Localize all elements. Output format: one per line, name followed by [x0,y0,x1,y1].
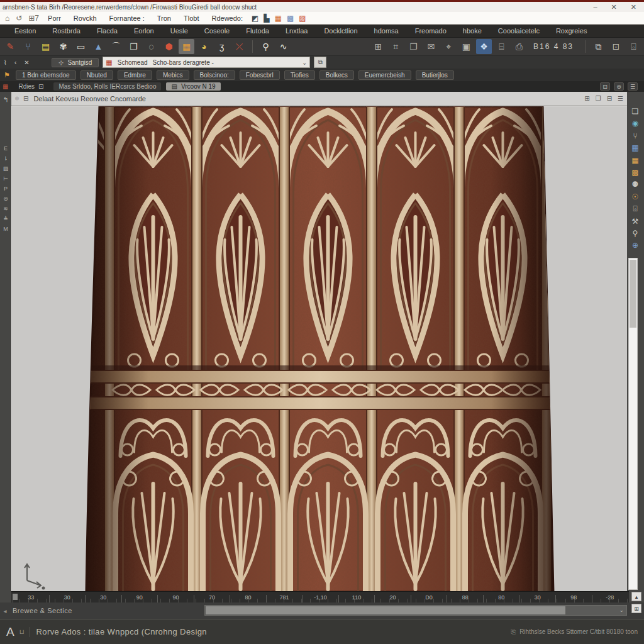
scroll-left-icon[interactable]: ◂ [0,608,10,614]
home-icon[interactable]: ⌂ [5,14,9,23]
drop-tool-icon[interactable]: ⇂ [3,156,8,162]
image-panel-icon[interactable]: ▣ [458,39,474,54]
quick-menu-item[interactable]: Fornantee : [109,14,145,22]
ribbon-tab[interactable]: Edmbre [118,70,152,80]
ribbon-tab[interactable]: Euemercbeish [358,70,411,80]
wishbone-icon[interactable]: ⑂ [633,131,637,140]
menubar-item[interactable]: Eeston [6,27,44,35]
curve-tool-icon[interactable]: ⌒ [108,39,124,54]
bolt-tool-icon[interactable]: ≋ [3,206,8,212]
team-icon[interactable]: ⚉ [632,180,639,189]
texture-brown-icon[interactable]: ▩ [631,168,638,177]
camera-icon[interactable]: ⌻ [633,204,637,213]
cross-icon[interactable]: ✕ [24,59,29,66]
wave-icon[interactable]: ⌇ [4,59,7,66]
collapse-icon[interactable]: ⊟ [23,95,28,103]
balls-tool-icon[interactable]: ◕ [196,39,212,54]
tile-view-icon[interactable]: ⊡ [600,82,610,91]
axis-tool-icon[interactable]: ⤫ [231,39,247,54]
plumb-icon[interactable]: ⚲ [633,229,638,238]
menubar-item[interactable]: hdomsa [366,27,407,35]
paint-icon[interactable]: ◩ [252,14,258,23]
frame-tool-icon[interactable]: ▭ [73,39,89,54]
chart-icon[interactable]: ▙ [264,14,269,23]
swirl-tool-icon[interactable]: ∿ [275,39,291,54]
grid-view-icon[interactable]: ⊞ [584,95,589,102]
layout2-icon[interactable]: ⊡ [608,39,624,54]
comment-panel-icon[interactable]: ✉ [423,39,439,54]
menubar-item[interactable]: Rostbrda [44,27,89,35]
menubar-item[interactable]: Roxgreies [548,27,596,35]
grid2-icon[interactable]: ⌺ [626,39,641,54]
ribbon-tab[interactable]: Mebics [157,70,189,80]
annotation-a-icon[interactable]: A [6,625,14,639]
p-tool-icon[interactable]: P [4,186,8,192]
menubar-item[interactable]: Lnxtlaa [277,27,316,35]
close-button[interactable]: ✕ [611,3,617,11]
menubar-item[interactable]: hboke [455,27,490,35]
horizontal-scrollbar-thumb[interactable] [206,606,565,614]
layout-panel-icon[interactable]: ⌗ [388,39,404,54]
folder-panel-icon[interactable]: ❏ [632,107,639,116]
cone-tool-icon[interactable]: ▲ [91,39,106,54]
page-tool-icon[interactable]: ❐ [126,39,142,54]
quick-menu-item[interactable]: Rdewedo: [211,14,243,22]
lasso-tool-icon[interactable]: ◌ [143,39,159,54]
vertical-scrollbar-thumb[interactable] [630,260,636,328]
e-tool-icon[interactable]: E [4,146,8,152]
back-arrow-icon[interactable]: ↰ [0,96,11,104]
grid-corner-icon[interactable]: ⊞ [631,604,641,613]
close-button-2[interactable]: ✕ [631,3,636,11]
flag-tile-icon[interactable]: ▨ [299,14,306,23]
viewcube-icon[interactable]: ⧉ [591,39,606,54]
note-tool-icon[interactable]: ▤ [38,39,53,54]
ribbon-tab[interactable]: Butierjlos [416,70,454,80]
menubar-item[interactable]: Flutoda [238,27,277,35]
menu-view-icon[interactable]: ☰ [618,95,623,102]
undo-icon[interactable]: ↺ [16,14,22,23]
list-view-icon[interactable]: ☰ [628,82,638,91]
bezier-tool-icon[interactable]: ⑂ [20,39,36,54]
mosaic-icon[interactable]: ▩ [287,14,294,23]
screen-panel-icon[interactable]: ⌸ [494,39,509,54]
ribbon-tab[interactable]: 1 Bdn ebemsdoe [16,70,76,80]
ribbon-tab[interactable]: Fobescbrl [240,70,280,80]
ribbon-tab[interactable]: Bolscinoo: [194,70,235,80]
viewport-canvas[interactable] [11,106,627,591]
angle-icon[interactable]: ‹ [14,59,16,66]
menubar-item[interactable]: Docklctlion [316,27,365,35]
copy-view-icon[interactable]: ❐ [596,95,601,102]
target-icon[interactable]: ⌾ [15,95,19,103]
browse-section-label[interactable]: Brewee & Sectice [10,607,72,614]
zoom-tool-icon[interactable]: ⚲ [258,39,274,54]
chevron-down-icon[interactable]: ⌄ [302,59,307,66]
ribbon-tab[interactable]: Nbuted [80,70,113,80]
globe-icon[interactable]: ⊕ [632,241,638,250]
scheme-combobox[interactable]: ▦ Schomead Scho-bars deragrete - ⌄ [103,57,310,68]
blob-tool-icon[interactable]: ✾ [55,39,71,54]
menubar-item[interactable]: Eorlon [126,27,162,35]
ribbon-tab[interactable]: Tiofies [284,70,315,80]
boxes-tool-icon[interactable]: ▦ [179,39,194,54]
hatch-tool-icon[interactable]: ▨ [3,166,9,172]
menubar-item[interactable]: Flacda [89,27,126,35]
spheres-tool-icon[interactable]: ⬢ [161,39,177,54]
tack-tool-icon[interactable]: ⊢ [3,176,8,182]
sphere-view-icon[interactable]: ⊜ [614,82,624,91]
doc-tab-mas-srldoo[interactable]: Mas Srldoo, Rolls IERcsrcs Bedioo [53,82,161,91]
minimize-button[interactable]: – [593,3,597,11]
menubar-item[interactable]: Cooolaicetelc [490,27,548,35]
spiral-icon[interactable]: ☉ [632,192,639,201]
clip-panel-icon[interactable]: ❐ [406,39,421,54]
m-tool-icon[interactable]: M [3,226,8,232]
texture-blue-icon[interactable]: ▦ [631,143,638,152]
pan-up-icon[interactable]: ▴ [631,592,641,601]
disc-tool-icon[interactable]: ⊜ [3,196,8,202]
texture-orange-icon[interactable]: ▦ [631,156,638,165]
vertical-scrollbar[interactable] [628,258,638,590]
delta-tool-icon[interactable]: ≜ [3,216,8,222]
combo-end-button[interactable]: ⧉ [314,57,326,68]
material-sphere-icon[interactable]: ◉ [632,119,638,128]
tiles-icon[interactable]: ▦ [275,14,282,23]
render-panel-icon[interactable]: ❖ [476,39,492,54]
